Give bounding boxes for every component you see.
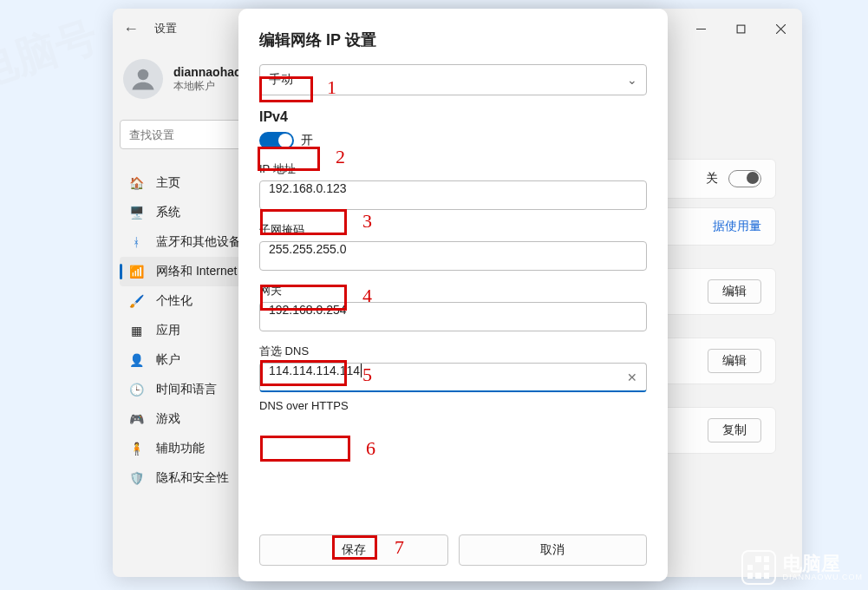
sidebar-item-label: 时间和语言 [156, 382, 217, 397]
annotation-num-7: 7 [395, 536, 404, 559]
dns-over-https-label: DNS over HTTPS [259, 399, 647, 412]
wifi-icon: 📶 [128, 264, 144, 279]
maximize-button[interactable] [721, 11, 760, 46]
mask-input[interactable]: 255.255.255.0 [259, 241, 647, 271]
metered-toggle[interactable] [728, 170, 761, 187]
annotation-box-2 [258, 147, 320, 171]
mode-select[interactable]: 手动 ⌄ [259, 64, 647, 95]
sidebar-item-label: 游戏 [156, 411, 180, 427]
annotation-num-2: 2 [336, 146, 345, 168]
toggle-off-label: 关 [706, 171, 718, 187]
game-icon: 🎮 [128, 411, 144, 427]
system-icon: 🖥️ [128, 205, 144, 220]
watermark-text: 电脑号 [0, 12, 103, 95]
back-icon[interactable]: ← [123, 20, 139, 38]
annotation-num-3: 3 [362, 210, 372, 233]
profile-name: diannaohao [173, 65, 242, 79]
sidebar-item-label: 主页 [156, 175, 180, 191]
accessibility-icon: 🧍 [128, 441, 144, 456]
sidebar-item-label: 隐私和安全性 [156, 470, 229, 486]
dialog-title: 编辑网络 IP 设置 [259, 30, 647, 50]
sidebar-item-label: 系统 [156, 205, 180, 220]
clear-icon[interactable]: ✕ [627, 370, 637, 384]
annotation-num-4: 4 [362, 285, 372, 307]
annotation-num-6: 6 [366, 437, 375, 460]
annotation-box-5 [260, 360, 347, 386]
sidebar-item-label: 网络和 Internet [156, 264, 237, 279]
svg-rect-1 [737, 25, 745, 33]
shield-icon: 🛡️ [128, 470, 144, 486]
svg-point-4 [138, 69, 149, 81]
sidebar-item-label: 帐户 [156, 352, 180, 368]
bluetooth-icon: ᚼ [128, 234, 144, 250]
ip-settings-dialog: 编辑网络 IP 设置 手动 ⌄ IPv4 开 IP 地址 192.168.0.1… [238, 9, 668, 581]
annotation-box-1 [259, 76, 313, 102]
brush-icon: 🖌️ [128, 293, 144, 309]
annotation-box-7 [332, 535, 377, 560]
edit-button-1[interactable]: 编辑 [708, 279, 761, 304]
mask-value: 255.255.255.0 [269, 242, 347, 256]
annotation-box-6 [260, 436, 350, 462]
sidebar-item-label: 个性化 [156, 293, 193, 309]
watermark-logo-icon [741, 550, 776, 585]
sidebar-item-label: 应用 [156, 323, 180, 338]
close-button[interactable] [760, 11, 800, 46]
ipv4-heading: IPv4 [259, 109, 647, 125]
ip-input[interactable]: 192.168.0.123 [259, 180, 647, 210]
window-title: 设置 [154, 21, 177, 36]
annotation-box-3 [260, 209, 347, 235]
edit-button-2[interactable]: 编辑 [708, 349, 761, 373]
watermark-brand: 电脑屋 [783, 554, 864, 574]
watermark-domain: DIANNAOWU.COM [783, 574, 864, 581]
data-usage-link[interactable]: 据使用量 [713, 219, 761, 234]
watermark-footer: 电脑屋 DIANNAOWU.COM [741, 550, 864, 585]
avatar [123, 59, 163, 99]
annotation-num-1: 1 [327, 76, 336, 99]
annotation-box-4 [260, 285, 347, 311]
minimize-button[interactable] [681, 11, 721, 46]
home-icon: 🏠 [128, 175, 144, 191]
user-icon: 👤 [128, 352, 144, 368]
clock-icon: 🕒 [128, 382, 144, 397]
sidebar-item-label: 辅助功能 [156, 441, 205, 456]
annotation-num-5: 5 [362, 364, 372, 386]
apps-icon: ▦ [128, 323, 144, 338]
ip-value: 192.168.0.123 [269, 181, 347, 195]
profile-sub: 本地帐户 [173, 79, 242, 94]
dns-label: 首选 DNS [259, 344, 647, 359]
copy-button[interactable]: 复制 [708, 418, 761, 442]
sidebar-item-label: 蓝牙和其他设备 [156, 234, 241, 250]
chevron-down-icon: ⌄ [627, 73, 637, 87]
cancel-button[interactable]: 取消 [459, 534, 648, 566]
